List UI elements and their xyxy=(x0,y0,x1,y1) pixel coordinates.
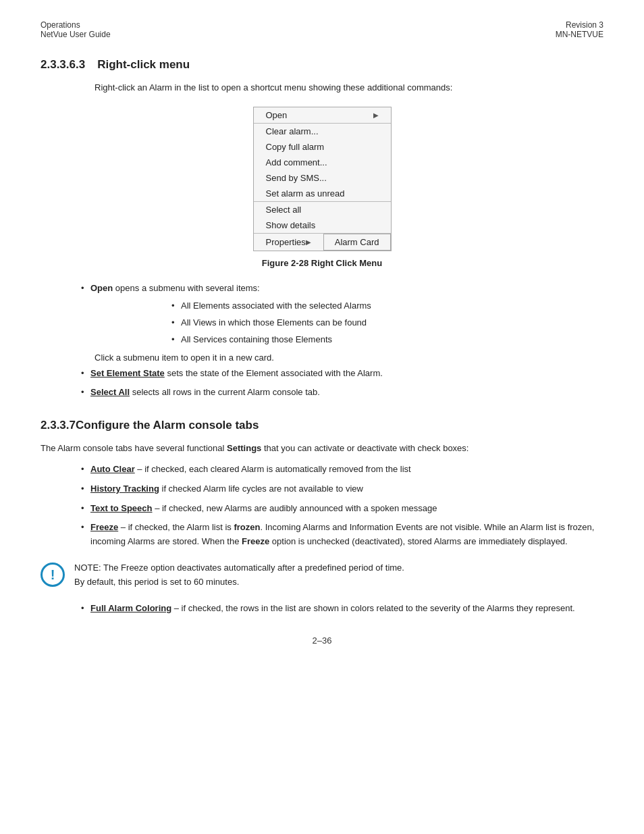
text-to-speech-keyword: Text to Speech xyxy=(90,503,153,513)
menu-item-clear-alarm[interactable]: Clear alarm... xyxy=(254,124,391,139)
page-number: 2–36 xyxy=(41,635,603,646)
header-doc-number: MN-NETVUE xyxy=(556,30,603,39)
history-tracking-item: History Tracking if checked Alarm life c… xyxy=(81,482,603,496)
select-all-item: Select All selects all rows in the curre… xyxy=(81,386,603,400)
note-text: NOTE: The Freeze option deactivates auto… xyxy=(74,561,404,590)
menu-item-send-sms[interactable]: Send by SMS... xyxy=(254,170,391,186)
open-subitem-3: All Services containing those Elements xyxy=(171,333,603,347)
freeze-item: Freeze – if checked, the Alarm list is f… xyxy=(81,521,603,549)
configure-intro: The Alarm console tabs have several func… xyxy=(41,442,603,456)
open-subitem-1: All Elements associated with the selecte… xyxy=(171,299,603,313)
full-alarm-coloring-keyword: Full Alarm Coloring xyxy=(90,603,171,613)
menu-item-select-all[interactable]: Select all xyxy=(254,202,391,217)
menu-item-show-details[interactable]: Show details xyxy=(254,217,391,233)
section-236-heading: 2.3.3.6.3Right-click menu xyxy=(41,58,603,72)
settings-bullet-list: Auto Clear – if checked, each cleared Al… xyxy=(81,463,603,549)
open-keyword: Open xyxy=(90,283,113,293)
menu-item-properties[interactable]: Properties xyxy=(254,234,323,251)
header-operations: Operations xyxy=(41,20,111,30)
set-element-state-item: Set Element State sets the state of the … xyxy=(81,367,603,381)
context-menu: Open Clear alarm... Copy full alarm Add … xyxy=(253,107,392,251)
open-subitem-2: All Views in which those Elements can be… xyxy=(171,316,603,330)
auto-clear-keyword: Auto Clear xyxy=(90,464,135,474)
section-237-heading: 2.3.3.7Configure the Alarm console tabs xyxy=(41,419,603,432)
select-all-keyword: Select All xyxy=(90,387,130,397)
menu-item-alarm-card[interactable]: Alarm Card xyxy=(323,234,391,251)
page: Operations NetVue User Guide Revision 3 … xyxy=(0,0,644,834)
note-box: ! NOTE: The Freeze option deactivates au… xyxy=(41,561,603,590)
properties-row: Properties Alarm Card xyxy=(254,234,391,251)
header-left: Operations NetVue User Guide xyxy=(41,20,111,39)
note-icon: ! xyxy=(41,563,65,587)
open-description: Open opens a submenu with several items:… xyxy=(81,282,603,347)
header-right: Revision 3 MN-NETVUE xyxy=(556,20,603,39)
header-guide-name: NetVue User Guide xyxy=(41,30,111,39)
header-revision: Revision 3 xyxy=(556,20,603,30)
menu-item-copy-full-alarm[interactable]: Copy full alarm xyxy=(254,139,391,155)
click-submenu-text: Click a submenu item to open it in a new… xyxy=(95,353,603,363)
extra-bullets: Set Element State sets the state of the … xyxy=(81,367,603,400)
menu-description-list: Open opens a submenu with several items:… xyxy=(81,282,603,347)
menu-item-set-unread[interactable]: Set alarm as unread xyxy=(254,186,391,201)
section-intro: Right-click an Alarm in the list to open… xyxy=(95,81,603,95)
full-alarm-coloring-item: Full Alarm Coloring – if checked, the ro… xyxy=(81,602,603,616)
page-header: Operations NetVue User Guide Revision 3 … xyxy=(41,20,603,39)
freeze-keyword: Freeze xyxy=(90,522,118,532)
auto-clear-item: Auto Clear – if checked, each cleared Al… xyxy=(81,463,603,477)
text-to-speech-item: Text to Speech – if checked, new Alarms … xyxy=(81,502,603,516)
set-element-keyword: Set Element State xyxy=(90,368,165,378)
figure-caption: Figure 2-28 Right Click Menu xyxy=(41,258,603,268)
menu-item-open[interactable]: Open xyxy=(254,107,391,123)
history-tracking-keyword: History Tracking xyxy=(90,484,159,494)
context-menu-figure: Open Clear alarm... Copy full alarm Add … xyxy=(41,107,603,251)
full-alarm-coloring-list: Full Alarm Coloring – if checked, the ro… xyxy=(81,602,603,616)
menu-item-add-comment[interactable]: Add comment... xyxy=(254,155,391,170)
open-subitems: All Elements associated with the selecte… xyxy=(171,299,603,346)
